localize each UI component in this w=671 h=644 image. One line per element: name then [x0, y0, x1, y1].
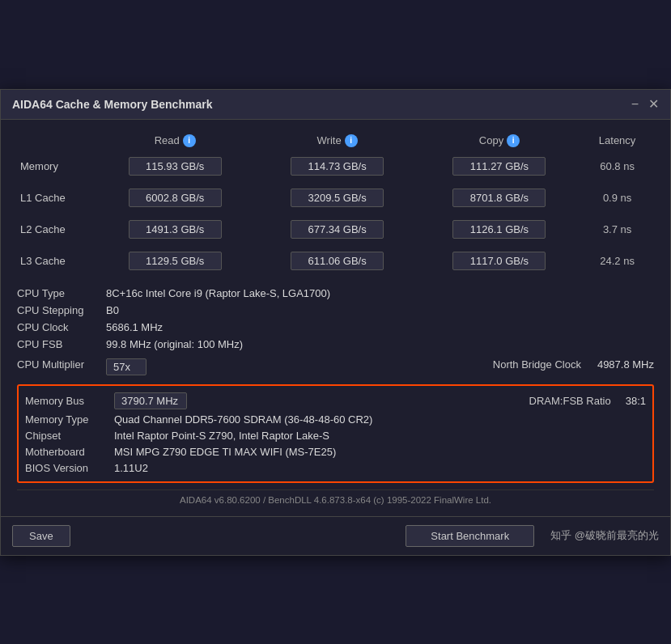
memory-type-row: Memory Type Quad Channel DDR5-7600 SDRAM… — [25, 412, 646, 428]
row-copy-3: 1117.0 GB/s — [418, 248, 580, 273]
content-area: Read i Write i Copy i — [1, 120, 670, 516]
row-latency-2: 3.7 ns — [580, 217, 654, 242]
row-read-0: 115.93 GB/s — [94, 154, 256, 179]
spacer-row-2 — [17, 242, 654, 248]
col-read: Read i — [94, 131, 256, 154]
row-copy-2: 1126.1 GB/s — [418, 217, 580, 242]
cpu-info-row-3: CPU FSB99.8 MHz (original: 100 MHz) — [17, 336, 654, 353]
watermark: 知乎 @破晓前最亮的光 — [550, 528, 659, 543]
table-header-row: Read i Write i Copy i — [17, 131, 654, 154]
bench-row-l3cache: L3 Cache1129.5 GB/s611.06 GB/s1117.0 GB/… — [17, 248, 654, 273]
memory-bus-label: Memory Bus — [25, 395, 114, 407]
row-label-3: L3 Cache — [17, 248, 94, 273]
row-latency-0: 60.8 ns — [580, 154, 654, 179]
cpu-info-label-1: CPU Stepping — [17, 304, 106, 316]
cpu-info-value-0: 8C+16c Intel Core i9 (Raptor Lake-S, LGA… — [106, 287, 330, 299]
title-bar: AIDA64 Cache & Memory Benchmark − ✕ — [1, 90, 670, 120]
dram-fsb-label: DRAM:FSB Ratio — [529, 395, 611, 407]
row-copy-0: 111.27 GB/s — [418, 154, 580, 179]
cpu-info-label-3: CPU FSB — [17, 338, 106, 350]
row-write-2: 677.34 GB/s — [256, 217, 418, 242]
highlighted-section: Memory Bus 3790.7 MHz DRAM:FSB Ratio 38:… — [17, 384, 654, 483]
chipset-row: Chipset Intel Raptor Point-S Z790, Intel… — [25, 428, 646, 444]
row-write-3: 611.06 GB/s — [256, 248, 418, 273]
memory-type-value: Quad Channel DDR5-7600 SDRAM (36-48-48-6… — [114, 413, 372, 426]
bench-row-l1cache: L1 Cache6002.8 GB/s3209.5 GB/s8701.8 GB/… — [17, 185, 654, 210]
start-benchmark-button[interactable]: Start Benchmark — [406, 525, 534, 547]
cpu-info-value-1: B0 — [106, 304, 119, 316]
chipset-label: Chipset — [25, 430, 114, 442]
main-window: AIDA64 Cache & Memory Benchmark − ✕ Read… — [0, 89, 671, 556]
row-read-2: 1491.3 GB/s — [94, 217, 256, 242]
row-read-3: 1129.5 GB/s — [94, 248, 256, 273]
bios-row: BIOS Version 1.11U2 — [25, 460, 646, 477]
bench-row-l2cache: L2 Cache1491.3 GB/s677.34 GB/s1126.1 GB/… — [17, 217, 654, 242]
memory-type-label: Memory Type — [25, 413, 114, 426]
row-label-2: L2 Cache — [17, 217, 94, 242]
read-info-icon[interactable]: i — [183, 134, 196, 147]
memory-bus-row: Memory Bus 3790.7 MHz DRAM:FSB Ratio 38:… — [25, 391, 646, 412]
dram-fsb-value: 38:1 — [626, 395, 646, 407]
row-label-1: L1 Cache — [17, 185, 94, 210]
bottom-bar: Save Start Benchmark 知乎 @破晓前最亮的光 — [1, 516, 670, 555]
minimize-button[interactable]: − — [631, 98, 639, 111]
cpu-info-value-2: 5686.1 MHz — [106, 321, 163, 333]
cpu-multiplier-label: CPU Multiplier — [17, 358, 106, 375]
save-button[interactable]: Save — [12, 525, 70, 547]
col-write: Write i — [256, 131, 418, 154]
chipset-value: Intel Raptor Point-S Z790, Intel Raptor … — [114, 430, 329, 442]
cpu-info-value-3: 99.8 MHz (original: 100 MHz) — [106, 338, 243, 350]
cpu-info-label-0: CPU Type — [17, 287, 106, 299]
divider-1 — [17, 273, 654, 282]
bios-value: 1.11U2 — [114, 462, 148, 474]
footer-text: AIDA64 v6.80.6200 / BenchDLL 4.6.873.8-x… — [17, 489, 654, 508]
col-latency: Latency — [580, 131, 654, 154]
spacer-row-0 — [17, 179, 654, 185]
bench-row-memory: Memory115.93 GB/s114.73 GB/s111.27 GB/s6… — [17, 154, 654, 179]
row-write-1: 3209.5 GB/s — [256, 185, 418, 210]
motherboard-label: Motherboard — [25, 446, 114, 458]
cpu-multiplier-value: 57x — [106, 358, 147, 375]
row-latency-1: 0.9 ns — [580, 185, 654, 210]
col-copy: Copy i — [418, 131, 580, 154]
row-label-0: Memory — [17, 154, 94, 179]
window-controls: − ✕ — [631, 98, 659, 111]
spacer-row-1 — [17, 210, 654, 217]
cpu-info-row-1: CPU SteppingB0 — [17, 302, 654, 319]
motherboard-value: MSI MPG Z790 EDGE TI MAX WIFI (MS-7E25) — [114, 446, 336, 458]
nb-clock-label: North Bridge Clock — [493, 358, 581, 371]
close-button[interactable]: ✕ — [648, 98, 659, 111]
row-write-0: 114.73 GB/s — [256, 154, 418, 179]
cpu-info-label-2: CPU Clock — [17, 321, 106, 333]
write-info-icon[interactable]: i — [345, 134, 358, 147]
row-copy-1: 8701.8 GB/s — [418, 185, 580, 210]
copy-info-icon[interactable]: i — [507, 134, 520, 147]
motherboard-row: Motherboard MSI MPG Z790 EDGE TI MAX WIF… — [25, 444, 646, 460]
row-latency-3: 24.2 ns — [580, 248, 654, 273]
cpu-info-row-2: CPU Clock5686.1 MHz — [17, 319, 654, 336]
nb-clock-value: 4987.8 MHz — [597, 358, 654, 371]
bottom-left-buttons: Save — [12, 525, 70, 547]
row-read-1: 6002.8 GB/s — [94, 185, 256, 210]
benchmark-table: Read i Write i Copy i — [17, 131, 654, 273]
memory-bus-value: 3790.7 MHz — [114, 392, 187, 409]
cpu-info-section: CPU Type8C+16c Intel Core i9 (Raptor Lak… — [17, 282, 654, 356]
cpu-multiplier-row: CPU Multiplier 57x North Bridge Clock 49… — [17, 356, 654, 378]
bios-label: BIOS Version — [25, 462, 114, 474]
window-title: AIDA64 Cache & Memory Benchmark — [12, 98, 212, 111]
cpu-info-row-0: CPU Type8C+16c Intel Core i9 (Raptor Lak… — [17, 285, 654, 302]
